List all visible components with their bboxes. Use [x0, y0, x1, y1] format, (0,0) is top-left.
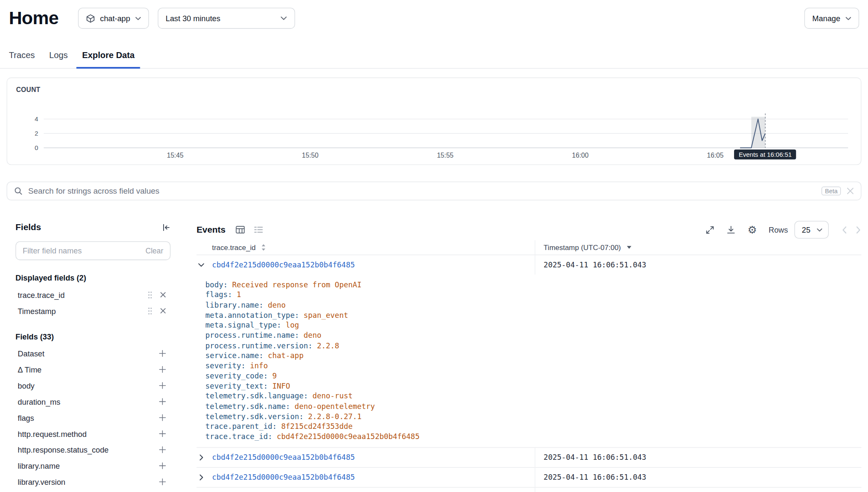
- trace-id-link[interactable]: cbd4f2e215d0000c9eaa152b0b4f6485: [212, 473, 355, 481]
- event-attribute: flags1: [206, 290, 862, 300]
- event-attribute: trace.trace_idcbd4f2e215d0000c9eaa152b0b…: [206, 432, 862, 442]
- app-root: Home chat-app Last 30 minutes Manage: [0, 0, 868, 492]
- add-field-icon[interactable]: [159, 366, 166, 373]
- field-name: http.request.method: [18, 429, 87, 438]
- attribute-value: info: [250, 361, 268, 370]
- event-attribute: severity_textINFO: [206, 381, 862, 392]
- event-row[interactable]: cbd4f2e215d0000c9eaa152b0b4f6485 2025-04…: [197, 447, 862, 467]
- add-field-icon[interactable]: [159, 398, 166, 405]
- clear-search-button[interactable]: [846, 187, 854, 195]
- table-view-button[interactable]: [236, 225, 246, 235]
- svg-text:2: 2: [35, 130, 38, 137]
- events-panel: Events ⚙: [197, 221, 862, 492]
- field-row[interactable]: http.request.method: [16, 425, 171, 442]
- attribute-value: 9: [272, 372, 277, 380]
- caret-down-icon[interactable]: [626, 246, 632, 249]
- count-chart[interactable]: 02415:4515:5015:5516:0016:05 Events at 1…: [16, 95, 852, 162]
- manage-button[interactable]: Manage: [804, 8, 859, 29]
- list-view-button[interactable]: [254, 225, 264, 235]
- event-attribute: meta.annotation_typespan_event: [206, 311, 862, 321]
- manage-button-label: Manage: [812, 14, 840, 23]
- attribute-key: severity_text: [206, 382, 268, 390]
- field-row[interactable]: http.response.status_code: [16, 442, 171, 458]
- time-range-label: Last 30 minutes: [166, 14, 220, 23]
- page-title: Home: [9, 8, 58, 29]
- expand-icon[interactable]: [705, 225, 715, 234]
- event-row[interactable]: cbd4f2e215d0000c9eaa152b0b4f6485 2025-04…: [197, 255, 862, 275]
- attribute-value: log: [286, 321, 299, 330]
- next-page-button[interactable]: [856, 225, 861, 234]
- displayed-field-row[interactable]: trace.trace_id: [16, 287, 171, 303]
- field-filter: Clear: [16, 241, 171, 260]
- event-attribute: meta.signal_typelog: [206, 320, 862, 331]
- event-attribute: severity_code9: [206, 371, 862, 381]
- rows-per-page-select[interactable]: 25: [795, 221, 829, 239]
- remove-field-icon[interactable]: [160, 308, 166, 314]
- tab[interactable]: Explore Data: [77, 46, 140, 69]
- attribute-value: Received response from OpenAI: [232, 281, 362, 289]
- event-attribute: telemetry.sdk.version2.2.8-0.27.1: [206, 412, 862, 422]
- event-attribute: process.runtime.namedeno: [206, 331, 862, 341]
- field-filter-input[interactable]: [23, 246, 141, 255]
- events-title: Events: [197, 225, 226, 235]
- rows-per-page-value: 25: [802, 225, 810, 234]
- settings-gear-icon[interactable]: ⚙: [748, 225, 757, 235]
- attribute-key: severity: [206, 361, 246, 370]
- expand-row-chevron-icon[interactable]: [197, 475, 212, 480]
- search-input[interactable]: [28, 186, 816, 195]
- all-fields-title: Fields (33): [16, 332, 171, 341]
- download-icon[interactable]: [726, 225, 736, 234]
- collapse-panel-button[interactable]: [161, 223, 170, 232]
- event-row[interactable]: cbd4f2e215d0000c9eaa152b0b4f6485 2025-04…: [197, 487, 862, 492]
- field-row[interactable]: Δ Time: [16, 361, 171, 378]
- time-range-selector[interactable]: Last 30 minutes: [158, 8, 295, 29]
- field-row[interactable]: body: [16, 378, 171, 394]
- add-field-icon[interactable]: [159, 462, 166, 470]
- column-header-trace-id[interactable]: trace.trace_id: [212, 243, 256, 252]
- tab-bar: TracesLogsExplore Data: [0, 46, 868, 69]
- clear-filter-button[interactable]: Clear: [145, 247, 163, 255]
- event-timestamp: 2025-04-11 16:06:51.043: [544, 453, 646, 461]
- expand-row-chevron-icon[interactable]: [197, 455, 212, 460]
- add-field-icon[interactable]: [159, 478, 166, 485]
- beta-badge: Beta: [822, 186, 841, 195]
- column-header-timestamp[interactable]: Timestamp (UTC-07:00): [544, 243, 621, 252]
- svg-text:0: 0: [35, 144, 38, 151]
- add-field-icon[interactable]: [159, 414, 166, 421]
- field-name: body: [18, 381, 35, 390]
- svg-text:15:50: 15:50: [302, 152, 318, 159]
- event-attribute: library.namedeno: [206, 300, 862, 311]
- add-field-icon[interactable]: [159, 430, 166, 437]
- collapse-row-chevron-icon[interactable]: [197, 262, 212, 267]
- chart-tooltip: Events at 16:06:51: [734, 150, 796, 160]
- displayed-fields-title: Displayed fields (2): [16, 273, 171, 282]
- attribute-key: service.name: [206, 351, 264, 360]
- field-row[interactable]: flags: [16, 410, 171, 426]
- add-field-icon[interactable]: [159, 382, 166, 389]
- dataset-selector[interactable]: chat-app: [78, 8, 149, 29]
- drag-handle-icon[interactable]: [148, 291, 152, 298]
- add-field-icon[interactable]: [159, 446, 166, 453]
- attribute-key: body: [206, 281, 228, 289]
- field-row[interactable]: Dataset: [16, 345, 171, 361]
- displayed-field-row[interactable]: Timestamp: [16, 303, 171, 319]
- attribute-key: severity_code: [206, 372, 268, 380]
- event-attribute: service.namechat-app: [206, 351, 862, 361]
- field-row[interactable]: library.name: [16, 458, 171, 474]
- tab[interactable]: Logs: [44, 46, 73, 69]
- fields-panel: Fields Clear Displayed fields (2) trace.…: [16, 221, 171, 489]
- attribute-value: deno: [303, 331, 321, 340]
- tab[interactable]: Traces: [3, 46, 40, 69]
- prev-page-button[interactable]: [841, 225, 847, 234]
- add-field-icon[interactable]: [159, 350, 166, 357]
- trace-id-link[interactable]: cbd4f2e215d0000c9eaa152b0b4f6485: [212, 453, 355, 461]
- field-row[interactable]: library.version: [16, 474, 171, 490]
- field-name: library.name: [18, 461, 60, 470]
- sort-icon[interactable]: [261, 244, 266, 251]
- event-row[interactable]: cbd4f2e215d0000c9eaa152b0b4f6485 2025-04…: [197, 467, 862, 487]
- drag-handle-icon[interactable]: [148, 307, 152, 314]
- remove-field-icon[interactable]: [160, 292, 166, 297]
- field-row[interactable]: duration_ms: [16, 394, 171, 410]
- attribute-key: library.name: [206, 301, 264, 309]
- trace-id-link[interactable]: cbd4f2e215d0000c9eaa152b0b4f6485: [212, 261, 355, 269]
